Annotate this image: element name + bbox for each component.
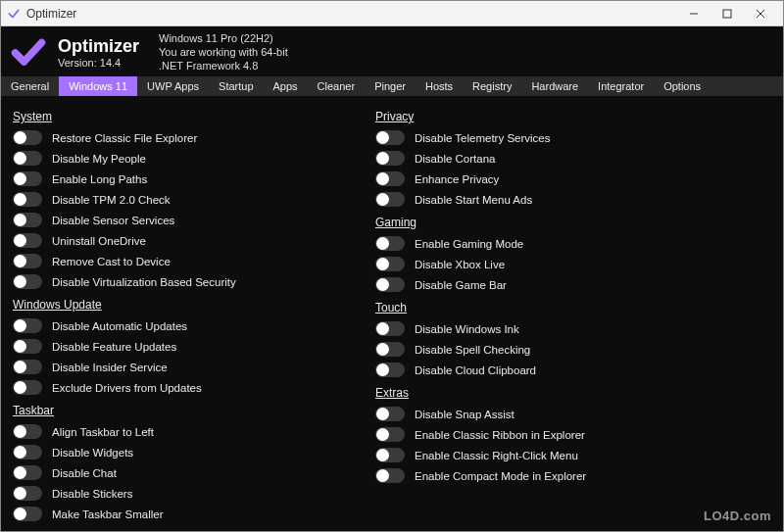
- toggle[interactable]: [13, 151, 42, 166]
- section-title-touch: Touch: [375, 301, 709, 314]
- toggle[interactable]: [375, 468, 405, 483]
- option-row: Disable Chat: [13, 462, 346, 483]
- toggle-knob: [376, 343, 389, 356]
- toggle-knob: [376, 278, 389, 291]
- option-label: Disable Feature Updates: [52, 341, 176, 353]
- minimize-button[interactable]: [677, 3, 710, 24]
- option-label: Make Taskbar Smaller: [52, 508, 164, 520]
- option-row: Uninstall OneDrive: [13, 230, 346, 251]
- option-label: Enable Gaming Mode: [415, 238, 523, 250]
- tab-hosts[interactable]: Hosts: [416, 76, 463, 96]
- left-column: SystemRestore Classic File ExplorerDisab…: [13, 104, 346, 531]
- app-version: Version: 14.4: [58, 57, 139, 69]
- toggle[interactable]: [375, 407, 405, 421]
- toggle[interactable]: [13, 233, 42, 248]
- tab-pinger[interactable]: Pinger: [365, 76, 416, 96]
- close-button[interactable]: [744, 3, 777, 24]
- option-label: Disable Spell Checking: [415, 344, 530, 356]
- tab-integrator[interactable]: Integrator: [588, 76, 654, 96]
- options-columns: SystemRestore Classic File ExplorerDisab…: [1, 96, 783, 531]
- toggle[interactable]: [13, 507, 42, 521]
- toggle[interactable]: [375, 321, 405, 336]
- tab-options[interactable]: Options: [654, 76, 710, 96]
- option-row: Enable Classic Ribbon in Explorer: [375, 424, 709, 445]
- option-label: Disable Chat: [52, 467, 117, 479]
- toggle-knob: [376, 469, 389, 482]
- tab-cleaner[interactable]: Cleaner: [308, 76, 366, 96]
- watermark: LO4D.com: [704, 508, 771, 523]
- toggle-knob: [14, 172, 26, 185]
- toggle[interactable]: [13, 130, 42, 145]
- toggle[interactable]: [375, 151, 405, 166]
- tab-general[interactable]: General: [1, 76, 59, 96]
- option-row: Enable Compact Mode in Explorer: [375, 465, 709, 486]
- option-label: Enable Compact Mode in Explorer: [415, 470, 586, 482]
- tab-registry[interactable]: Registry: [463, 76, 521, 96]
- option-row: Disable Stickers: [13, 483, 346, 504]
- option-label: Disable Insider Service: [52, 362, 168, 373]
- option-row: Disable Xbox Live: [375, 254, 709, 274]
- app-name: Optimizer: [58, 36, 139, 57]
- titlebar[interactable]: Optimizer: [1, 1, 783, 26]
- toggle[interactable]: [375, 130, 405, 145]
- tab-startup[interactable]: Startup: [209, 76, 263, 96]
- option-label: Disable Automatic Updates: [52, 320, 187, 332]
- option-row: Disable Insider Service: [13, 357, 346, 377]
- toggle[interactable]: [375, 236, 405, 251]
- toggle-knob: [14, 193, 26, 206]
- option-row: Disable Windows Ink: [375, 318, 709, 339]
- option-row: Enable Long Paths: [13, 169, 346, 189]
- option-row: Disable Spell Checking: [375, 339, 709, 360]
- toggle[interactable]: [13, 360, 42, 374]
- toggle-knob: [14, 131, 26, 144]
- maximize-button[interactable]: [710, 3, 744, 24]
- toggle[interactable]: [375, 427, 405, 442]
- tab-windows-11[interactable]: Windows 11: [59, 76, 137, 96]
- toggle-knob: [376, 322, 389, 335]
- toggle[interactable]: [13, 318, 42, 333]
- option-label: Disable Windows Ink: [415, 323, 519, 335]
- toggle[interactable]: [13, 192, 42, 207]
- toggle[interactable]: [375, 277, 405, 292]
- option-row: Restore Classic File Explorer: [13, 127, 346, 148]
- toggle[interactable]: [375, 171, 405, 186]
- tab-hardware[interactable]: Hardware: [521, 76, 588, 96]
- toggle[interactable]: [375, 257, 405, 271]
- toggle-knob: [376, 449, 389, 461]
- toggle[interactable]: [13, 424, 42, 439]
- toggle[interactable]: [13, 486, 42, 501]
- toggle[interactable]: [13, 274, 42, 289]
- toggle[interactable]: [13, 171, 42, 186]
- option-label: Disable Widgets: [52, 447, 133, 459]
- content-area: Optimizer Version: 14.4 Windows 11 Pro (…: [1, 26, 783, 531]
- toggle-knob: [14, 319, 26, 332]
- toggle[interactable]: [375, 342, 405, 357]
- toggle[interactable]: [13, 445, 42, 459]
- section-title-system: System: [13, 110, 346, 123]
- option-row: Align Taskbar to Left: [13, 421, 346, 442]
- logo-icon: [11, 35, 46, 71]
- option-label: Disable Telemetry Services: [415, 132, 550, 144]
- toggle[interactable]: [13, 380, 42, 395]
- toggle-knob: [14, 214, 26, 226]
- toggle-knob: [14, 361, 26, 373]
- toggle[interactable]: [375, 448, 405, 462]
- option-row: Disable Snap Assist: [375, 404, 709, 424]
- toggle[interactable]: [375, 192, 405, 207]
- tab-uwp-apps[interactable]: UWP Apps: [137, 76, 209, 96]
- toggle[interactable]: [13, 465, 42, 480]
- option-row: Disable Cloud Clipboard: [375, 360, 709, 380]
- toggle[interactable]: [375, 363, 405, 377]
- section-title-extras: Extras: [375, 386, 709, 400]
- option-label: Disable My People: [52, 153, 146, 165]
- tab-apps[interactable]: Apps: [264, 76, 308, 96]
- option-label: Disable Cortana: [415, 153, 495, 165]
- option-label: Align Taskbar to Left: [52, 426, 154, 438]
- option-label: Disable Virtualization Based Security: [52, 276, 236, 288]
- toggle[interactable]: [13, 254, 42, 268]
- toggle[interactable]: [13, 339, 42, 354]
- toggle-knob: [376, 428, 389, 441]
- option-row: Exclude Drivers from Updates: [13, 377, 346, 398]
- option-row: Disable Cortana: [375, 148, 709, 169]
- toggle[interactable]: [13, 213, 42, 227]
